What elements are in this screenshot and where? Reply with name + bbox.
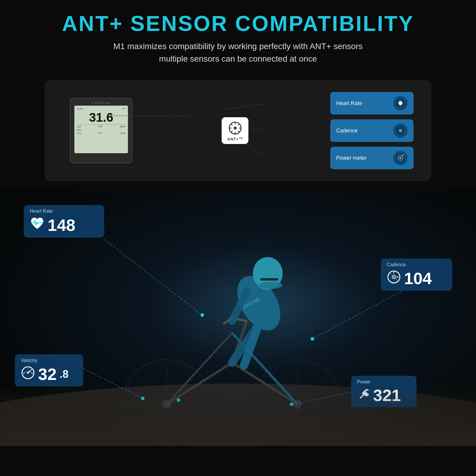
velocity-value-row: 32 .8	[21, 366, 77, 383]
metric-velocity-overlay: Velocity 32 .8	[15, 354, 83, 386]
computer-screen: 13:29 24↑ 31.6 148 TIME 38:52 104 32.1 D…	[74, 106, 128, 153]
velocity-value: 32	[38, 366, 57, 383]
svg-line-1	[220, 104, 265, 110]
ant-logo: ANT+TM	[222, 117, 248, 144]
svg-point-51	[259, 282, 283, 289]
sensor-heartrate-label: Heart Rate	[336, 100, 389, 107]
screen-bottom: 104	[77, 129, 126, 131]
ant-symbol-icon	[227, 120, 243, 136]
velocity-title: Velocity	[21, 358, 77, 363]
ant-text: ANT+TM	[227, 137, 243, 141]
heartrate-icon	[30, 216, 45, 234]
screen-dst: 32.1 DST 18.96	[77, 132, 126, 134]
heartrate-value-row: 148	[30, 216, 98, 234]
compat-box: CYCPLUS 13:29 24↑ 31.6 148 TIME 38:52 10…	[45, 80, 431, 181]
metric-cadence-overlay: Cadence 104	[381, 259, 452, 291]
screen-top-row: 13:29 24↑	[77, 107, 126, 110]
svg-point-5	[234, 127, 237, 130]
road-overlay	[0, 384, 476, 446]
header-section: ANT+ SENSOR COMPATIBILITY M1 maximizes c…	[0, 0, 476, 71]
metric-heartrate-overlay: Heart Rate 148	[24, 205, 104, 238]
svg-point-20	[400, 157, 401, 159]
sensor-card-power: Power meter	[330, 147, 414, 169]
sensor-power-icon	[393, 151, 408, 165]
ant-logo-container: ANT+TM	[222, 117, 248, 144]
svg-line-13	[231, 131, 233, 133]
svg-text:⌚: ⌚	[397, 100, 403, 106]
velocity-value-decimal: .8	[60, 368, 68, 381]
main-title: ANT+ SENSOR COMPATIBILITY	[6, 12, 470, 35]
svg-line-12	[238, 124, 239, 126]
heartrate-value: 148	[48, 217, 75, 234]
subtitle: M1 maximizes compatibility by working pe…	[6, 40, 470, 65]
sensor-cadence-label: Cadence	[336, 128, 389, 134]
svg-line-11	[238, 131, 239, 133]
sensor-cadence-icon: ⚙	[393, 123, 408, 138]
svg-point-71	[27, 372, 29, 374]
sensor-cards-container: Heart Rate ⌚ Cadence ⚙ Power meter	[330, 92, 414, 169]
cadence-title: Cadence	[387, 262, 446, 267]
svg-text:⚙: ⚙	[399, 128, 403, 133]
cadence-value-row: 104	[387, 270, 446, 287]
device-container: CYCPLUS 13:29 24↑ 31.6 148 TIME 38:52 10…	[62, 98, 140, 163]
computer-brand: CYCPLUS	[92, 101, 111, 104]
sensor-card-cadence: Cadence ⚙	[330, 119, 414, 142]
sensor-heartrate-icon: ⌚	[393, 96, 408, 110]
cadence-icon	[387, 270, 401, 287]
sensor-card-heartrate: Heart Rate ⌚	[330, 92, 414, 115]
cadence-value: 104	[404, 270, 432, 287]
screen-mid: 148 TIME 38:52	[77, 124, 126, 128]
bike-computer: CYCPLUS 13:29 24↑ 31.6 148 TIME 38:52 10…	[70, 98, 132, 163]
velocity-icon	[21, 366, 35, 383]
svg-line-10	[231, 124, 233, 126]
heartrate-title: Heart Rate	[30, 209, 98, 214]
svg-point-22	[403, 154, 404, 155]
screen-speed: 31.6	[77, 111, 126, 124]
sensor-power-label: Power meter	[336, 155, 389, 161]
lower-section: CYCLING Heart Rate 148	[0, 190, 476, 446]
